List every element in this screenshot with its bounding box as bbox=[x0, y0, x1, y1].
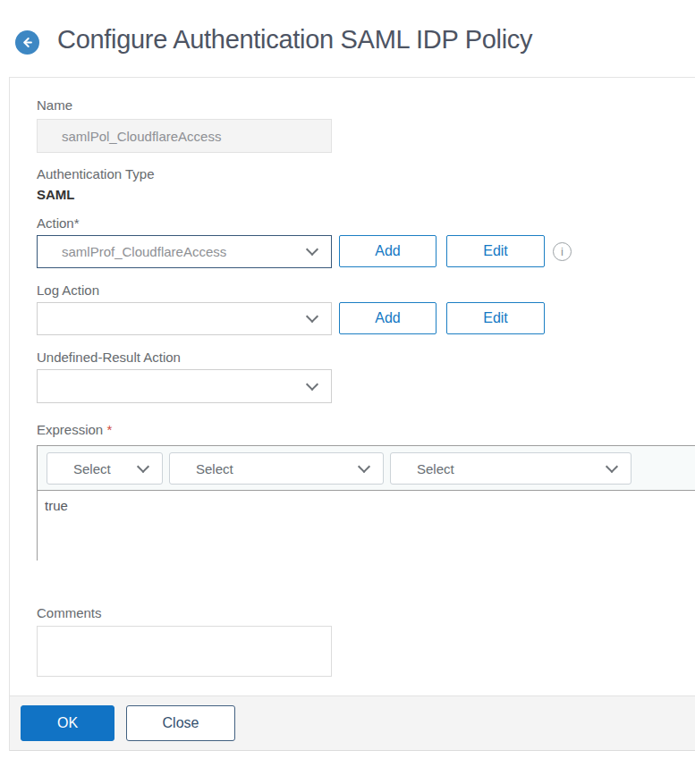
expression-editor: Select Select Select true bbox=[37, 445, 695, 561]
close-button[interactable]: Close bbox=[126, 705, 235, 741]
required-marker: * bbox=[106, 422, 112, 437]
chevron-down-icon bbox=[306, 243, 318, 256]
chevron-down-icon bbox=[358, 459, 370, 472]
action-edit-button[interactable]: Edit bbox=[446, 235, 545, 267]
expression-input[interactable]: true bbox=[38, 491, 695, 561]
form-panel: Name Authentication Type SAML Action* sa… bbox=[9, 77, 695, 751]
chevron-down-icon bbox=[606, 459, 618, 472]
auth-type-value: SAML bbox=[37, 187, 75, 202]
chevron-down-icon bbox=[306, 310, 318, 323]
page-title: Configure Authentication SAML IDP Policy bbox=[57, 25, 532, 55]
undefined-result-action-label: Undefined-Result Action bbox=[37, 350, 181, 365]
arrow-left-icon bbox=[21, 37, 33, 48]
log-action-select[interactable] bbox=[37, 302, 332, 335]
name-input[interactable] bbox=[37, 119, 332, 153]
chevron-down-icon bbox=[137, 459, 149, 472]
comments-label: Comments bbox=[37, 605, 102, 620]
action-select[interactable]: samlProf_CloudflareAccess bbox=[37, 235, 332, 268]
auth-type-label: Authentication Type bbox=[37, 166, 154, 181]
info-icon[interactable]: i bbox=[553, 242, 572, 261]
back-button[interactable] bbox=[15, 30, 39, 55]
chevron-down-icon bbox=[306, 377, 318, 390]
action-select-value: samlProf_CloudflareAccess bbox=[38, 244, 308, 259]
expression-select-3[interactable]: Select bbox=[390, 452, 631, 485]
log-action-label: Log Action bbox=[37, 282, 99, 298]
undefined-result-action-select[interactable] bbox=[37, 369, 332, 403]
expression-label: Expression * bbox=[37, 422, 112, 437]
ok-button[interactable]: OK bbox=[21, 705, 114, 741]
expression-select-2[interactable]: Select bbox=[169, 452, 384, 485]
expression-toolbar: Select Select Select bbox=[38, 446, 695, 491]
footer-bar: OK Close bbox=[10, 695, 695, 751]
action-add-button[interactable]: Add bbox=[339, 235, 436, 267]
log-action-add-button[interactable]: Add bbox=[339, 302, 436, 334]
name-label: Name bbox=[37, 97, 72, 113]
expression-select-1[interactable]: Select bbox=[47, 452, 163, 485]
action-label: Action* bbox=[37, 215, 80, 231]
log-action-edit-button[interactable]: Edit bbox=[446, 302, 545, 334]
comments-input[interactable] bbox=[37, 626, 332, 677]
